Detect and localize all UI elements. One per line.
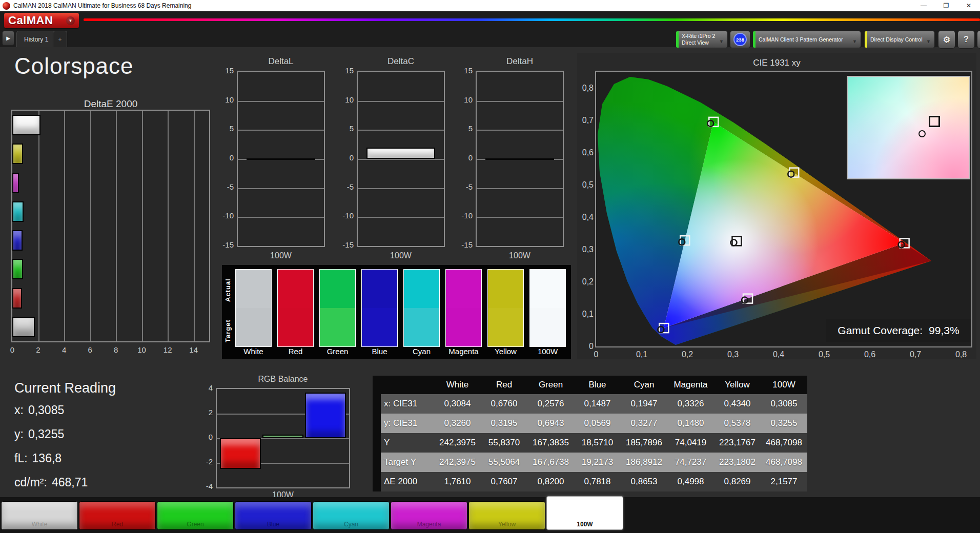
reading-y-label: y: (14, 427, 24, 441)
gridline (358, 130, 444, 131)
white-point-measured-marker (918, 130, 926, 137)
deltah-plot-area (476, 71, 564, 247)
table-row-x-cie31[interactable]: x: CIE310,30840,67600,25760,14870,19470,… (373, 394, 807, 414)
deltac-chart: DeltaC 100W 151050-5-10-15 (337, 54, 448, 259)
close-button[interactable]: ✕ (957, 0, 980, 11)
cie-x-tick-label: 0,2 (676, 350, 699, 359)
swatch-cyan (403, 269, 440, 347)
pattern-button-blue[interactable]: Blue (235, 501, 312, 530)
pattern-button-yellow[interactable]: Yellow (468, 501, 545, 530)
target-row-label: Target (224, 311, 233, 351)
table-cell: 55,8370 (481, 433, 527, 453)
delta-axis-tick-label: 15 (217, 66, 234, 75)
collapse-panel-button[interactable]: ◀ (977, 30, 980, 49)
pattern-button-label: Red (79, 521, 155, 528)
table-cell: 55,5064 (481, 453, 527, 472)
display-control-dropdown[interactable]: Direct Display Control ▼ (864, 31, 935, 48)
pattern-generator-label: CalMAN Client 3 Pattern Generator (756, 36, 846, 43)
deltal-chart-title: DeltaL (237, 56, 325, 67)
deltah-x-label: 100W (476, 251, 564, 260)
rainbow-gradient-bar (84, 18, 980, 21)
meter-line1: X-Rite i1Pro 2 (682, 33, 715, 39)
reading-y-value: 0,3255 (28, 427, 64, 441)
meter-line2: Direct View (682, 39, 715, 46)
table-cell: 0,3277 (621, 414, 667, 433)
pattern-button-green[interactable]: Green (157, 501, 234, 530)
minimize-button[interactable]: — (912, 0, 935, 11)
swatch-actual (488, 270, 523, 308)
table-gutter (373, 394, 381, 414)
header-band: CalMAN ▼ (0, 11, 980, 30)
gridline (358, 159, 444, 160)
table-cell: 0,2576 (527, 394, 574, 414)
pattern-button-100w[interactable]: 100W (546, 496, 623, 530)
table-row-y-cie31[interactable]: y: CIE310,32600,31950,69430,05690,32770,… (373, 414, 807, 433)
meter-reading-badge-box: 238 (730, 31, 750, 48)
swatch-actual (404, 270, 439, 308)
pattern-generator-dropdown[interactable]: CalMAN Client 3 Pattern Generator ▼ (752, 31, 861, 48)
current-reading-title: Current Reading (14, 380, 116, 396)
table-cell: 0,3260 (434, 414, 481, 433)
reading-cdm2: cd/m²: 468,71 (14, 476, 116, 489)
swatch-label-red: Red (277, 347, 314, 356)
gridline (358, 217, 444, 218)
tab-add-button[interactable]: + (53, 31, 67, 47)
calman-logo-menu[interactable]: CalMAN ▼ (4, 13, 79, 28)
pattern-button-cyan[interactable]: Cyan (313, 501, 390, 530)
pattern-button-red[interactable]: Red (79, 501, 156, 530)
deltae-bar-100w (12, 115, 40, 135)
deltae-axis-tick-label: 10 (137, 345, 146, 354)
cie-x-tick-label: 0,1 (630, 350, 653, 359)
table-cell: 0,7818 (574, 472, 621, 491)
cie-y-tick-label: 0,2 (578, 277, 594, 286)
table-row-label: Y (381, 433, 434, 453)
table-cell: 0,8200 (527, 472, 574, 491)
swatch-target (488, 308, 523, 346)
table-cell: 468,7098 (761, 453, 807, 472)
table-cell: 0,3084 (434, 394, 481, 414)
reading-fl: fL: 136,8 (14, 452, 116, 465)
maximize-button[interactable]: ❐ (935, 0, 957, 11)
table-row-δe-2000[interactable]: ΔE 20001,76100,76070,82000,78180,86530,4… (373, 472, 807, 491)
delta-axis-tick-label: -10 (217, 211, 234, 220)
pattern-button-magenta[interactable]: Magenta (391, 501, 467, 530)
table-header-green: Green (527, 376, 574, 394)
table-row-y[interactable]: Y242,397555,8370167,383518,5710185,78967… (373, 433, 807, 453)
deltal-chart: DeltaL 100W 151050-5-10-15 (217, 54, 328, 259)
gridline (477, 217, 563, 218)
reading-cdm2-label: cd/m²: (14, 476, 47, 489)
tab-add-label: + (58, 36, 62, 43)
gear-icon: ⚙ (943, 35, 950, 45)
rgb-balance-plot-area (216, 388, 350, 488)
table-header-row: WhiteRedGreenBlueCyanMagentaYellow100W (373, 376, 807, 394)
table-header-blue: Blue (574, 376, 621, 394)
deltae-bar-magenta (12, 173, 19, 193)
table-cell: 167,3835 (527, 433, 574, 453)
swatch-actual (236, 270, 271, 308)
delta-axis-tick-label: 0 (337, 153, 354, 162)
delta-axis-tick-label: -5 (456, 182, 473, 191)
table-cell: 242,3975 (434, 433, 481, 453)
pattern-button-white[interactable]: White (1, 501, 78, 530)
chevron-down-icon: ▼ (852, 39, 857, 44)
cie-chart-title: CIE 1931 xy (577, 58, 976, 68)
delta-axis-tick-label: 5 (337, 124, 354, 133)
rgb-balance-chart: RGB Balance 100W 420-2-4 (196, 375, 355, 501)
title-bar: CalMAN 2018 CalMAN Ultimate for Business… (0, 0, 980, 11)
swatch-label-100w: 100W (529, 347, 566, 356)
deltae-bar-yellow (12, 144, 23, 164)
help-button[interactable]: ? (957, 30, 975, 49)
app-icon (3, 2, 10, 10)
chevron-down-icon: ▼ (719, 39, 724, 44)
gridline (477, 101, 563, 102)
tab-history-1[interactable]: History 1 (16, 31, 56, 47)
actual-target-swatch-strip: Actual Target WhiteRedGreenBlueCyanMagen… (222, 265, 571, 359)
cie-x-tick-label: 0,6 (859, 350, 881, 359)
history-panel-toggle[interactable]: ▶ (2, 31, 14, 46)
settings-button[interactable]: ⚙ (938, 30, 955, 49)
calman-logo-text: CalMAN (8, 14, 53, 27)
delta-axis-tick-label: -15 (217, 240, 234, 249)
table-cell: 0,8269 (714, 472, 761, 491)
meter-dropdown[interactable]: X-Rite i1Pro 2 Direct View ▼ (676, 31, 728, 48)
table-row-target-y[interactable]: Target Y242,397555,5064167,673819,217318… (373, 453, 807, 472)
